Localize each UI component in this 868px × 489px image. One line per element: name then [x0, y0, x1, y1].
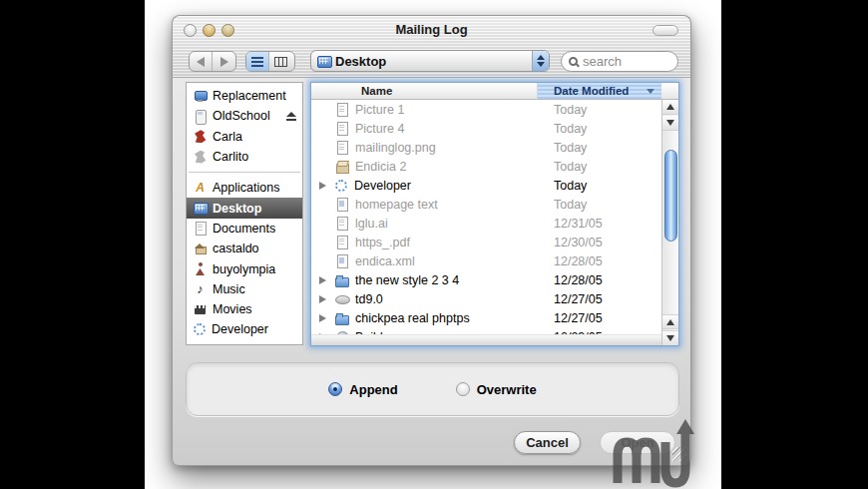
scroll-up-button-bottom[interactable] [662, 314, 678, 329]
eject-icon[interactable] [286, 112, 296, 121]
minimize-button[interactable] [203, 24, 216, 37]
file-name: Developer [354, 179, 411, 193]
header-scroll-corner [661, 83, 678, 99]
file-row[interactable]: mailinglog.png Today [311, 138, 661, 157]
file-row[interactable]: Picture 4 Today [311, 119, 661, 138]
file-list: Name Date Modified Picture 1 Today Pictu… [310, 82, 679, 346]
append-label: Append [349, 382, 397, 397]
scroll-down-button-top[interactable] [662, 116, 678, 131]
sidebar-item-label: Music [213, 282, 245, 296]
search-field[interactable]: search [561, 51, 678, 72]
file-name: Endicia 2 [355, 160, 406, 174]
disclosure-triangle-icon[interactable] [319, 314, 326, 322]
sidebar-item-label: buyolympia [213, 262, 275, 276]
scroll-up-icon [666, 104, 674, 110]
sidebar-item-buyolympia[interactable]: buyolympia [187, 258, 302, 278]
stepper-up-icon [537, 55, 545, 60]
toolbar-toggle-button[interactable] [652, 25, 678, 36]
overwrite-label: Overwrite [477, 382, 537, 397]
file-date: 12/27/05 [538, 292, 661, 306]
red-statue-icon [194, 130, 207, 143]
vertical-scrollbar[interactable] [661, 100, 678, 345]
scroll-up-button-top[interactable] [662, 100, 678, 115]
back-button[interactable] [190, 52, 213, 71]
close-button[interactable] [184, 24, 197, 37]
sidebar-item-music[interactable]: ♪ Music [187, 279, 302, 299]
image-file-icon [335, 217, 348, 230]
column-view-button[interactable] [269, 52, 292, 71]
image-file-icon [335, 122, 348, 135]
file-row[interactable]: Endicia 2 Today [311, 157, 661, 176]
sidebar-item-label: Carla [213, 130, 242, 144]
toolbar: Desktop search [173, 44, 690, 79]
radio-overwrite[interactable] [456, 382, 470, 396]
file-row[interactable]: Picture 1 Today [311, 100, 661, 119]
file-date: Today [538, 160, 661, 174]
list-view-button[interactable] [246, 52, 269, 71]
file-rows: Picture 1 Today Picture 4 Today mailingl… [311, 100, 661, 345]
sidebar-item-developer[interactable]: Developer [187, 319, 302, 339]
folder-icon [335, 273, 348, 286]
forward-button[interactable] [213, 52, 235, 71]
overwrite-option[interactable]: Overwrite [456, 382, 537, 397]
applications-icon: A [194, 182, 207, 195]
scroll-down-icon [666, 120, 674, 126]
stepper-down-icon [537, 62, 545, 67]
scroll-up-icon [666, 319, 674, 325]
append-option[interactable]: Append [328, 382, 397, 397]
list-view-icon [251, 57, 263, 67]
file-date: Today [538, 103, 661, 117]
sidebar-item-movies[interactable]: Movies [187, 299, 302, 319]
file-date: Today [538, 179, 661, 193]
file-name: chickpea real phptps [355, 311, 470, 325]
disclosure-triangle-icon[interactable] [319, 182, 326, 190]
sidebar-item-castaldo[interactable]: castaldo [187, 239, 302, 258]
sidebar-item-replacement[interactable]: Replacement [187, 86, 302, 106]
location-label: Desktop [335, 54, 386, 69]
sidebar: Replacement OldSchool Carla Carlito [186, 82, 303, 345]
write-mode-panel: Append Overwrite [186, 362, 679, 416]
sidebar-item-label: Movies [213, 302, 252, 316]
dialog-body: Replacement OldSchool Carla Carlito [172, 78, 691, 466]
display-icon [194, 90, 207, 103]
film-clapper-icon [194, 303, 207, 316]
sidebar-item-documents[interactable]: Documents [187, 219, 302, 239]
sidebar-item-carlito[interactable]: Carlito [187, 147, 302, 167]
file-row[interactable]: https_.pdf 12/30/05 [311, 233, 661, 251]
file-row[interactable]: the new style 2 3 4 12/28/05 [311, 270, 661, 289]
column-header-name[interactable]: Name [311, 83, 538, 99]
disclosure-triangle-icon[interactable] [319, 295, 326, 303]
disclosure-triangle-icon[interactable] [319, 276, 326, 284]
file-date: 12/27/05 [538, 311, 661, 325]
back-forward-control [189, 51, 236, 72]
file-row[interactable]: lglu.ai 12/31/05 [311, 214, 661, 233]
scroll-thumb[interactable] [664, 150, 677, 242]
radio-append[interactable] [328, 382, 342, 396]
sidebar-item-desktop[interactable]: Desktop [187, 198, 302, 218]
screenshot-stage: Mailing Log Desktop [0, 0, 868, 489]
document-icon [194, 222, 207, 235]
cancel-button[interactable]: Cancel [514, 431, 581, 454]
column-header-date-label: Date Modified [554, 85, 629, 97]
home-icon [194, 243, 207, 255]
window-title: Mailing Log [173, 16, 690, 44]
sidebar-item-oldschool[interactable]: OldSchool [187, 106, 302, 126]
dropdown-stepper[interactable] [532, 51, 549, 71]
file-name: homepage text [355, 198, 438, 212]
sidebar-item-carla[interactable]: Carla [187, 127, 302, 147]
file-row[interactable]: homepage text Today [311, 195, 661, 214]
titlebar[interactable]: Mailing Log [173, 16, 690, 44]
text-file-icon [335, 198, 348, 211]
sidebar-item-applications[interactable]: A Applications [187, 178, 302, 198]
location-dropdown[interactable]: Desktop [310, 50, 550, 72]
sidebar-item-label: Replacement [213, 89, 286, 103]
scroll-down-button-bottom[interactable] [662, 330, 678, 345]
pdf-file-icon [335, 236, 348, 248]
file-row[interactable]: Developer Today [311, 176, 661, 195]
zoom-button[interactable] [221, 24, 234, 37]
file-row[interactable]: chickpea real phptps 12/27/05 [311, 308, 661, 327]
column-header-date[interactable]: Date Modified [538, 83, 661, 99]
desktop-mini-icon [317, 55, 330, 68]
file-row[interactable]: td9.0 12/27/05 [311, 289, 661, 308]
file-row[interactable]: endica.xml 12/28/05 [311, 251, 661, 270]
